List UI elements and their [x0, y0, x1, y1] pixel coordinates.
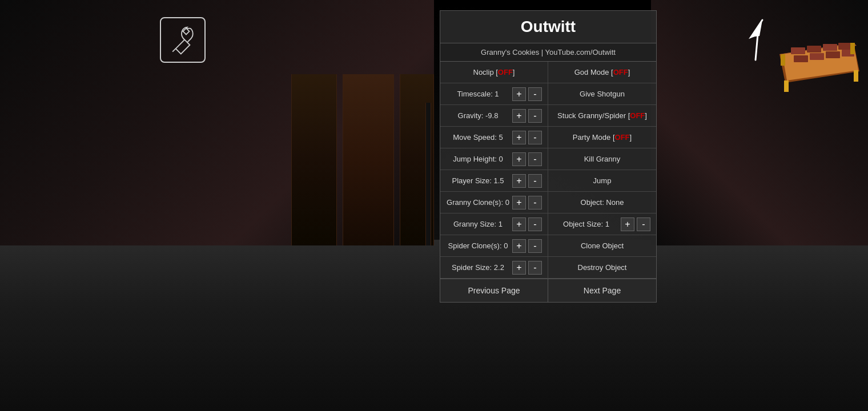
stuck-granny-label: Stuck Granny/Spider [OFF] [553, 111, 652, 120]
ui-panel: Outwitt Granny's Cookies | YouTube.com/O… [440, 10, 657, 303]
wall-panel-4 [425, 103, 431, 245]
panel-title: Outwitt [440, 11, 656, 43]
svg-rect-11 [854, 70, 858, 82]
clone-object-label: Clone Object [553, 241, 652, 250]
party-mode-label: Party Mode [OFF] [553, 133, 652, 142]
next-page-button[interactable]: Next Page [548, 279, 656, 302]
granny-clone-minus-button[interactable]: - [528, 196, 542, 209]
jump-height-plus-button[interactable]: + [512, 152, 526, 166]
bottom-nav: Previous Page Next Page [440, 279, 656, 302]
granny-clone-control: Granny Clone(s): 0 + - [440, 192, 548, 213]
object-none-control: Object: None [548, 192, 656, 213]
spider-clone-control: Spider Clone(s): 0 + - [440, 235, 548, 257]
destroy-object-control[interactable]: Destroy Object [548, 257, 656, 279]
gravity-plus-button[interactable]: + [512, 109, 526, 123]
jump-height-control: Jump Height: 0 + - [440, 148, 548, 170]
controls-grid: Noclip [OFF] God Mode [OFF] Timescale: 1… [440, 62, 656, 279]
jump-control[interactable]: Jump [548, 170, 656, 192]
svg-rect-12 [781, 54, 785, 66]
stuck-granny-control: Stuck Granny/Spider [OFF] [548, 105, 656, 127]
svg-rect-2 [791, 47, 805, 54]
svg-rect-3 [807, 46, 821, 53]
timescale-minus-button[interactable]: - [528, 87, 542, 101]
spider-clone-plus-button[interactable]: + [512, 239, 526, 253]
kill-granny-control[interactable]: Kill Granny [548, 148, 656, 170]
party-mode-control: Party Mode [OFF] [548, 127, 656, 148]
granny-size-control: Granny Size: 1 + - [440, 213, 548, 235]
svg-rect-6 [794, 55, 808, 62]
move-speed-plus-button[interactable]: + [512, 131, 526, 144]
give-shotgun-label: Give Shotgun [553, 90, 652, 98]
spider-clone-label: Spider Clone(s): 0 [445, 241, 511, 250]
granny-clone-label: Granny Clone(s): 0 [445, 198, 511, 207]
granny-size-minus-button[interactable]: - [528, 217, 542, 231]
object-none-label: Object: None [553, 198, 652, 207]
spider-size-plus-button[interactable]: + [512, 261, 526, 275]
wall-panel-1 [291, 74, 337, 245]
jump-height-minus-button[interactable]: - [528, 152, 542, 166]
noclip-control: Noclip [OFF] [440, 62, 548, 83]
spider-size-control: Spider Size: 2.2 + - [440, 257, 548, 279]
player-size-minus-button[interactable]: - [528, 174, 542, 188]
player-size-control: Player Size: 1.5 + - [440, 170, 548, 192]
svg-line-0 [172, 49, 176, 52]
player-size-label: Player Size: 1.5 [445, 176, 511, 185]
previous-page-button[interactable]: Previous Page [440, 279, 548, 302]
spider-clone-minus-button[interactable]: - [528, 239, 542, 253]
granny-clone-plus-button[interactable]: + [512, 196, 526, 209]
granny-size-plus-button[interactable]: + [512, 217, 526, 231]
gravity-control: Gravity: -9.8 + - [440, 105, 548, 127]
object-size-plus-button[interactable]: + [621, 217, 634, 231]
move-speed-control: Move Speed: 5 + - [440, 127, 548, 148]
svg-rect-7 [810, 53, 824, 60]
godmode-label: God Mode [OFF] [553, 68, 652, 76]
object-size-control: Object Size: 1 + - [548, 213, 656, 235]
object-size-minus-button[interactable]: - [637, 217, 650, 231]
timescale-plus-button[interactable]: + [512, 87, 526, 101]
wall-panel-2 [343, 74, 394, 245]
svg-rect-13 [850, 43, 855, 54]
wrench-icon [160, 17, 206, 63]
timescale-control: Timescale: 1 + - [440, 83, 548, 105]
gravity-minus-button[interactable]: - [528, 109, 542, 123]
spider-size-minus-button[interactable]: - [528, 261, 542, 275]
panel-subtitle: Granny's Cookies | YouTube.com/Outwitt [440, 43, 656, 62]
floor [0, 240, 868, 411]
object-size-label: Object Size: 1 [553, 220, 620, 228]
godmode-control: God Mode [OFF] [548, 62, 656, 83]
granny-size-label: Granny Size: 1 [445, 220, 511, 228]
jump-height-label: Jump Height: 0 [445, 155, 511, 163]
gravity-label: Gravity: -9.8 [445, 111, 511, 120]
svg-rect-8 [826, 51, 840, 58]
jump-label: Jump [553, 176, 652, 185]
spider-size-label: Spider Size: 2.2 [445, 263, 511, 272]
move-speed-label: Move Speed: 5 [445, 133, 511, 142]
kill-granny-label: Kill Granny [553, 155, 652, 163]
svg-rect-10 [784, 80, 789, 92]
svg-marker-1 [751, 20, 762, 37]
bed-image [745, 9, 865, 100]
destroy-object-label: Destroy Object [553, 263, 652, 272]
timescale-label: Timescale: 1 [445, 90, 511, 98]
noclip-label: Noclip [OFF] [445, 68, 543, 76]
clone-object-control[interactable]: Clone Object [548, 235, 656, 257]
give-shotgun-control[interactable]: Give Shotgun [548, 83, 656, 105]
player-size-plus-button[interactable]: + [512, 174, 526, 188]
svg-rect-4 [823, 44, 837, 51]
move-speed-minus-button[interactable]: - [528, 131, 542, 144]
